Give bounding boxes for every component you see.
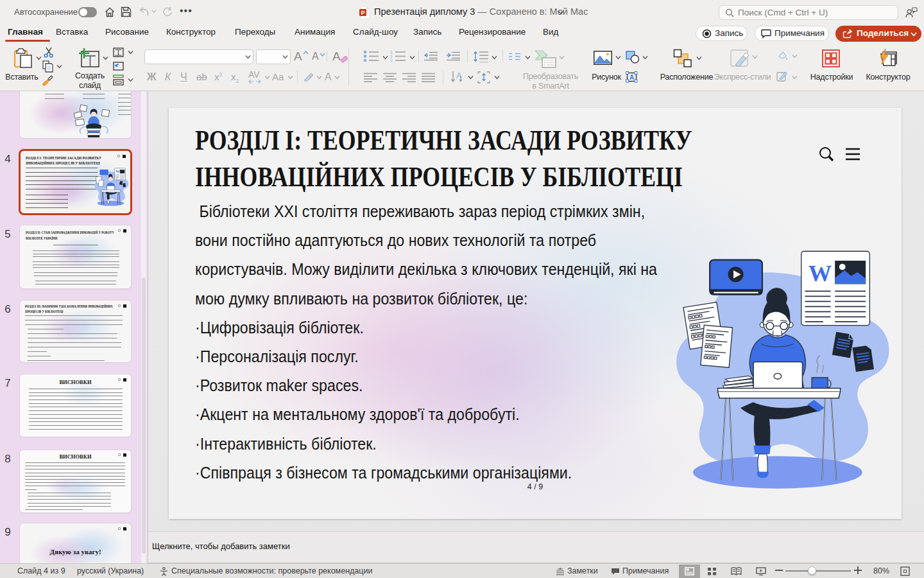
- svg-text:A: A: [456, 71, 462, 80]
- svg-text:1: 1: [390, 50, 393, 55]
- svg-text:W: W: [116, 170, 119, 173]
- svg-text:A: A: [629, 74, 634, 81]
- svg-text:W: W: [809, 261, 832, 286]
- svg-text:3: 3: [390, 59, 393, 63]
- svg-text:P: P: [361, 10, 364, 16]
